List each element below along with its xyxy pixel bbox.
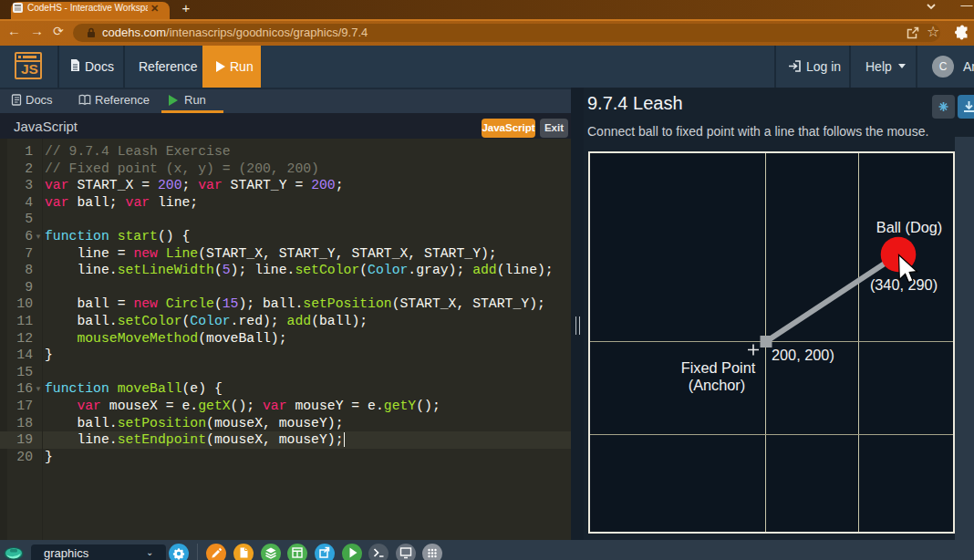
svg-text:200, 200): 200, 200)	[772, 347, 834, 363]
svg-text:Ball (Dog): Ball (Dog)	[876, 219, 942, 235]
svg-text:(Anchor): (Anchor)	[689, 377, 745, 393]
svg-text:(340, 290): (340, 290)	[870, 276, 938, 293]
svg-text:Fixed Point: Fixed Point	[681, 359, 756, 376]
